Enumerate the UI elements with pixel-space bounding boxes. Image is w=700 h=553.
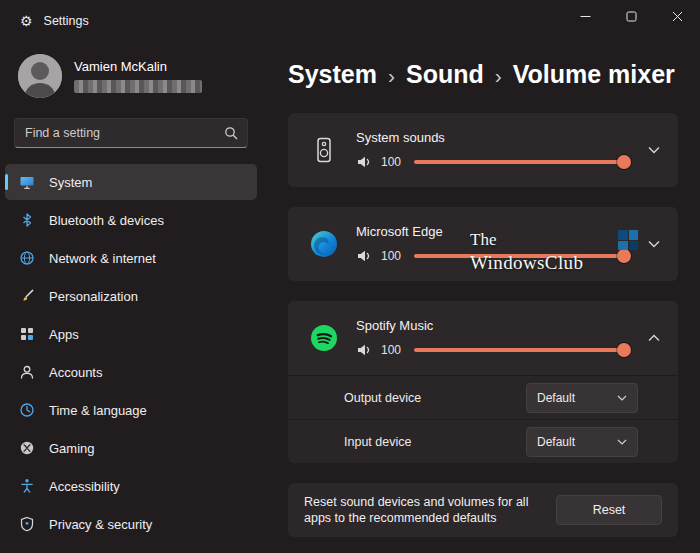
sidebar-item-accessibility[interactable]: Accessibility: [5, 468, 257, 504]
sidebar-item-windows-update[interactable]: Windows Update: [5, 544, 257, 553]
breadcrumb-sound[interactable]: Sound: [406, 60, 484, 89]
breadcrumb: System › Sound › Volume mixer: [288, 60, 678, 89]
edge-icon: [304, 230, 344, 258]
reset-card: Reset sound devices and volumes for all …: [288, 483, 678, 537]
settings-window: ⚙ Settings: [0, 0, 700, 553]
avatar: [18, 54, 62, 98]
breadcrumb-separator: ›: [388, 64, 395, 88]
volume-value: 100: [381, 343, 405, 357]
caption-buttons: [562, 0, 700, 32]
accessibility-icon: [18, 478, 35, 495]
volume-slider[interactable]: [414, 348, 628, 352]
avatar-photo: [18, 54, 62, 98]
maximize-icon: [626, 11, 637, 22]
sidebar-item-label: Gaming: [49, 441, 95, 456]
sidebar-item-label: Apps: [49, 327, 79, 342]
breadcrumb-system[interactable]: System: [288, 60, 377, 89]
sidebar-item-label: Time & language: [49, 403, 147, 418]
globe-icon: [18, 250, 35, 267]
window-title: Settings: [44, 14, 89, 28]
minimize-icon: [580, 11, 591, 22]
reset-button[interactable]: Reset: [556, 495, 662, 525]
maximize-button[interactable]: [608, 0, 654, 32]
volume-slider[interactable]: [414, 160, 628, 164]
mixer-card-spotify-group: Spotify Music 100: [288, 301, 678, 463]
sidebar-item-gaming[interactable]: Gaming: [5, 430, 257, 466]
sidebar-item-network-internet[interactable]: Network & internet: [5, 240, 257, 276]
expand-button[interactable]: [636, 217, 672, 271]
reset-description: Reset sound devices and volumes for all …: [304, 494, 556, 527]
sidebar-item-time-language[interactable]: Time & language: [5, 392, 257, 428]
volume-value: 100: [381, 155, 405, 169]
blurred-email: [74, 80, 202, 93]
output-device-value: Default: [537, 391, 575, 405]
clock-icon: [18, 402, 35, 419]
chevron-down-icon: [648, 146, 660, 154]
volume-icon: [356, 248, 372, 264]
app-name: Microsoft Edge: [356, 224, 636, 239]
sidebar-item-label: Bluetooth & devices: [49, 213, 164, 228]
search-input[interactable]: [14, 118, 248, 148]
search-box: [14, 118, 248, 148]
chevron-down-icon: [648, 240, 660, 248]
mixer-card-microsoft-edge: Microsoft Edge 100: [288, 207, 678, 281]
user-profile: Vamien McKalin: [18, 54, 244, 98]
spotify-icon: [304, 324, 344, 352]
person-icon: [18, 364, 35, 381]
sidebar-item-label: Accounts: [49, 365, 102, 380]
input-device-label: Input device: [344, 435, 526, 449]
page-title: Volume mixer: [513, 60, 675, 89]
breadcrumb-separator: ›: [495, 64, 502, 88]
sidebar-nav: System Bluetooth & devices Network & int…: [0, 162, 262, 553]
slider-thumb[interactable]: [617, 343, 631, 357]
output-device-dropdown[interactable]: Default: [526, 383, 638, 413]
sidebar-item-apps[interactable]: Apps: [5, 316, 257, 352]
sidebar-item-accounts[interactable]: Accounts: [5, 354, 257, 390]
slider-thumb[interactable]: [617, 249, 631, 263]
system-icon: [18, 174, 35, 191]
chevron-up-icon: [648, 334, 660, 342]
user-name: Vamien McKalin: [74, 59, 202, 74]
input-device-row: Input device Default: [288, 419, 678, 463]
xbox-icon: [18, 440, 35, 457]
shield-icon: [18, 516, 35, 533]
sidebar-item-label: Accessibility: [49, 479, 120, 494]
app-name: Spotify Music: [356, 318, 636, 333]
slider-thumb[interactable]: [617, 155, 631, 169]
sidebar-item-privacy-security[interactable]: Privacy & security: [5, 506, 257, 542]
mixer-card-spotify: Spotify Music 100: [288, 301, 678, 375]
input-device-dropdown[interactable]: Default: [526, 427, 638, 457]
input-device-value: Default: [537, 435, 575, 449]
main-content: System › Sound › Volume mixer System sou…: [262, 42, 700, 553]
sidebar: Vamien McKalin System: [0, 42, 262, 553]
volume-slider[interactable]: [414, 254, 628, 258]
volume-icon: [356, 154, 372, 170]
output-device-row: Output device Default: [288, 375, 678, 419]
brush-icon: [18, 288, 35, 305]
mixer-cards: System sounds 100: [288, 113, 678, 537]
settings-gear-icon: ⚙: [20, 14, 33, 28]
sidebar-item-label: Network & internet: [49, 251, 156, 266]
selection-pill: [5, 174, 8, 190]
mixer-card-system-sounds: System sounds 100: [288, 113, 678, 187]
sidebar-item-personalization[interactable]: Personalization: [5, 278, 257, 314]
volume-icon: [356, 342, 372, 358]
expand-button[interactable]: [636, 123, 672, 177]
chevron-down-icon: [617, 439, 627, 445]
app-name: System sounds: [356, 130, 636, 145]
close-icon: [672, 11, 683, 22]
sidebar-item-label: Privacy & security: [49, 517, 152, 532]
close-button[interactable]: [654, 0, 700, 32]
collapse-button[interactable]: [636, 311, 672, 365]
sidebar-item-bluetooth-devices[interactable]: Bluetooth & devices: [5, 202, 257, 238]
chevron-down-icon: [617, 395, 627, 401]
minimize-button[interactable]: [562, 0, 608, 32]
sidebar-item-system[interactable]: System: [5, 164, 257, 200]
sidebar-item-label: System: [49, 175, 92, 190]
titlebar: ⚙ Settings: [0, 0, 700, 42]
apps-grid-icon: [18, 326, 35, 343]
output-device-label: Output device: [344, 391, 526, 405]
bluetooth-icon: [18, 212, 35, 229]
search-icon: [224, 126, 238, 140]
volume-value: 100: [381, 249, 405, 263]
